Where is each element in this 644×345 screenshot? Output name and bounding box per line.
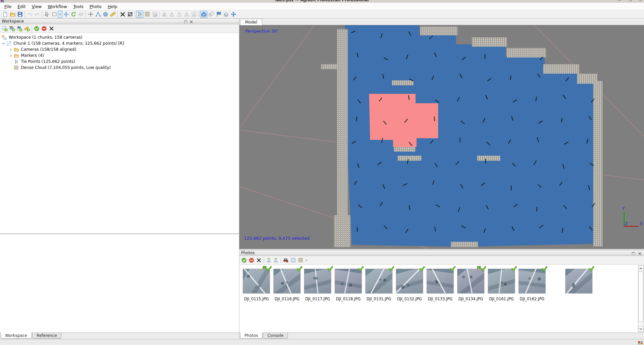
ruler-button[interactable] <box>109 11 116 18</box>
classify-dense-cloud-button[interactable] <box>151 11 158 18</box>
rotate-object-button[interactable] <box>77 11 84 18</box>
photo-image[interactable] <box>457 269 484 294</box>
float-panel-button[interactable] <box>183 19 188 24</box>
menu-file[interactable]: File <box>1 3 14 10</box>
remove-item-button[interactable] <box>255 257 263 264</box>
show-cameras-button[interactable] <box>200 11 207 18</box>
photo-thumbnail[interactable]: DJI_0134.JPG <box>455 265 486 301</box>
expander-down-icon[interactable] <box>1 41 6 46</box>
photo-image[interactable] <box>488 269 515 294</box>
enable-item-button[interactable] <box>33 25 40 32</box>
minimize-button[interactable]: — <box>618 0 621 2</box>
photo-thumbnail[interactable] <box>564 265 594 301</box>
add-chunk-button[interactable] <box>1 25 8 32</box>
enable-item-button[interactable] <box>240 257 248 264</box>
photo-thumbnail[interactable]: DJI_0117.JPG <box>302 265 333 301</box>
menu-edit[interactable]: Edit <box>14 3 29 10</box>
maximize-button[interactable]: ❐ <box>629 0 632 2</box>
photo-thumbnail[interactable]: DJI_0118.JPG <box>333 265 364 301</box>
mesh-wireframe-button[interactable] <box>175 11 183 18</box>
selection-dropdown-button[interactable] <box>58 11 62 18</box>
draw-point-button[interactable] <box>87 11 94 18</box>
tree-item-cameras[interactable]: Cameras (158/158 aligned) <box>0 46 239 52</box>
disable-item-button[interactable] <box>40 25 48 32</box>
tree-item-chunk[interactable]: Chunk 1 (158 cameras, 4 markers, 125,662… <box>0 40 239 46</box>
float-panel-button[interactable] <box>631 251 636 256</box>
mesh-confidence-button[interactable] <box>183 11 190 18</box>
expander-right-icon[interactable] <box>8 53 13 58</box>
photo-thumbnail[interactable]: DJI_0161.JPG <box>486 265 517 301</box>
undo-button[interactable] <box>26 11 33 18</box>
remove-item-button[interactable] <box>48 25 55 32</box>
photo-image[interactable] <box>565 269 592 294</box>
mesh-shaded-button[interactable] <box>161 11 168 18</box>
scrollbar-thumb[interactable] <box>638 272 643 322</box>
menu-help[interactable]: Help <box>105 3 121 10</box>
tab-console[interactable]: Console <box>263 333 288 339</box>
photo-image[interactable] <box>427 269 454 294</box>
tab-workspace[interactable]: Workspace <box>1 333 32 339</box>
mesh-textured-button[interactable] <box>190 11 198 18</box>
find-photos-button[interactable] <box>282 257 290 264</box>
pan-view-button[interactable] <box>62 11 70 18</box>
rotate-right-button[interactable] <box>272 257 280 264</box>
open-folder-button[interactable] <box>9 11 16 18</box>
photo-image[interactable] <box>365 269 393 294</box>
add-scalebar-button[interactable] <box>23 25 31 32</box>
menu-photo[interactable]: Photo <box>87 3 105 10</box>
photos-scrollbar[interactable] <box>638 265 644 332</box>
mesh-solid-button[interactable] <box>168 11 175 18</box>
tab-photos[interactable]: Photos <box>240 333 262 339</box>
arrow-cursor-button[interactable] <box>43 11 50 18</box>
tree-item-tie[interactable]: Tie Points (125,662 points) <box>0 59 239 65</box>
tab-reference[interactable]: Reference <box>32 333 61 339</box>
delete-selection-button[interactable] <box>119 11 126 18</box>
tree-item-dense[interactable]: Dense Cloud (7,104,055 points, Low quali… <box>0 65 239 71</box>
move-region-button[interactable] <box>230 11 237 18</box>
photo-image[interactable] <box>518 269 546 294</box>
thumbnail-size-button[interactable] <box>297 257 304 264</box>
new-document-button[interactable] <box>1 11 9 18</box>
save-button[interactable] <box>16 11 24 18</box>
menu-workflow[interactable]: Workflow <box>45 3 70 10</box>
show-markers-button[interactable] <box>215 11 222 18</box>
photo-thumbnail[interactable]: DJI_0133.JPG <box>425 265 455 301</box>
show-ortho-button[interactable] <box>222 11 230 18</box>
close-panel-button[interactable] <box>637 251 642 256</box>
scrollbar-track[interactable] <box>638 271 643 326</box>
menu-view[interactable]: View <box>29 3 45 10</box>
photo-image[interactable] <box>273 269 301 294</box>
photo-thumbnail[interactable]: DJI_0131.JPG <box>364 265 394 301</box>
photo-image[interactable] <box>335 269 362 294</box>
dropdown-chevron-button[interactable] <box>304 257 309 264</box>
menu-tools[interactable]: Tools <box>70 3 87 10</box>
tab-model[interactable]: Model <box>240 19 262 25</box>
scroll-up-button[interactable] <box>638 266 643 271</box>
expander-right-icon[interactable] <box>8 47 13 52</box>
draw-polygon-button[interactable] <box>102 11 109 18</box>
photo-image[interactable] <box>396 269 423 294</box>
tree-item-markers[interactable]: Markers (4) <box>0 52 239 59</box>
tree-item-workspace[interactable]: Workspace (1 chunks, 158 cameras) <box>0 34 239 40</box>
photo-thumbnail[interactable]: DJI_0162.JPG <box>517 265 547 301</box>
photo-thumbnail[interactable]: DJI_0115.JPG <box>241 265 272 301</box>
disable-item-button[interactable] <box>248 257 255 264</box>
photo-thumbnail[interactable]: DJI_0132.JPG <box>394 265 425 301</box>
show-tie-points-button[interactable] <box>136 11 143 18</box>
redo-button[interactable] <box>33 11 41 18</box>
rotate-left-button[interactable] <box>265 257 272 264</box>
add-photos-button[interactable] <box>8 25 16 32</box>
draw-polyline-button[interactable] <box>94 11 102 18</box>
rectangle-selection-button[interactable] <box>50 11 58 18</box>
show-dense-cloud-button[interactable] <box>143 11 151 18</box>
mask-view-button[interactable] <box>290 257 297 264</box>
add-marker-button[interactable] <box>16 25 23 32</box>
close-button[interactable]: ✕ <box>639 0 642 2</box>
model-viewport[interactable]: Perspective 30° 125,662 points, 9,475 se… <box>239 25 644 249</box>
reset-region-button[interactable] <box>126 11 134 18</box>
scroll-down-button[interactable] <box>638 326 643 332</box>
close-panel-button[interactable] <box>189 19 194 24</box>
rotate-view-button[interactable] <box>70 11 77 18</box>
photo-image[interactable] <box>304 269 331 294</box>
photo-image[interactable] <box>243 269 270 294</box>
